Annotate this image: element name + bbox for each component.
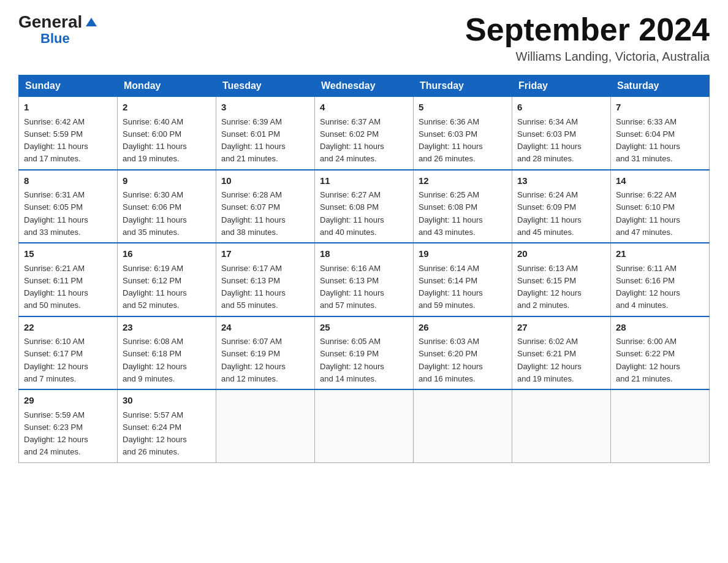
day-info: Sunrise: 6:39 AMSunset: 6:01 PMDaylight:… bbox=[221, 117, 286, 164]
day-info: Sunrise: 6:33 AMSunset: 6:04 PMDaylight:… bbox=[616, 117, 680, 164]
calendar-cell: 22 Sunrise: 6:10 AMSunset: 6:17 PMDaylig… bbox=[19, 316, 118, 390]
day-info: Sunrise: 6:27 AMSunset: 6:08 PMDaylight:… bbox=[320, 190, 384, 237]
day-number: 1 bbox=[24, 101, 112, 115]
day-number: 30 bbox=[123, 394, 211, 408]
calendar-header-row: Sunday Monday Tuesday Wednesday Thursday… bbox=[19, 75, 710, 97]
calendar-cell: 26 Sunrise: 6:03 AMSunset: 6:20 PMDaylig… bbox=[414, 316, 512, 390]
day-number: 22 bbox=[24, 321, 112, 335]
day-info: Sunrise: 6:40 AMSunset: 6:00 PMDaylight:… bbox=[123, 117, 187, 164]
day-number: 18 bbox=[320, 247, 408, 261]
col-sunday: Sunday bbox=[19, 75, 118, 97]
calendar-cell: 1 Sunrise: 6:42 AMSunset: 5:59 PMDayligh… bbox=[19, 97, 118, 170]
calendar-cell: 13 Sunrise: 6:24 AMSunset: 6:09 PMDaylig… bbox=[512, 170, 611, 243]
day-number: 8 bbox=[24, 174, 112, 188]
location: Williams Landing, Victoria, Australia bbox=[465, 50, 710, 64]
calendar-cell: 7 Sunrise: 6:33 AMSunset: 6:04 PMDayligh… bbox=[611, 97, 710, 170]
calendar-cell: 28 Sunrise: 6:00 AMSunset: 6:22 PMDaylig… bbox=[611, 316, 710, 390]
calendar-cell: 14 Sunrise: 6:22 AMSunset: 6:10 PMDaylig… bbox=[611, 170, 710, 243]
calendar-cell: 3 Sunrise: 6:39 AMSunset: 6:01 PMDayligh… bbox=[216, 97, 315, 170]
day-info: Sunrise: 6:17 AMSunset: 6:13 PMDaylight:… bbox=[221, 264, 286, 310]
day-number: 25 bbox=[320, 321, 408, 335]
day-number: 24 bbox=[221, 321, 309, 335]
col-friday: Friday bbox=[512, 75, 611, 97]
calendar-cell: 27 Sunrise: 6:02 AMSunset: 6:21 PMDaylig… bbox=[512, 316, 611, 390]
day-number: 26 bbox=[419, 321, 507, 335]
calendar-cell: 10 Sunrise: 6:28 AMSunset: 6:07 PMDaylig… bbox=[216, 170, 315, 243]
calendar-cell: 17 Sunrise: 6:17 AMSunset: 6:13 PMDaylig… bbox=[216, 243, 315, 316]
day-info: Sunrise: 6:30 AMSunset: 6:06 PMDaylight:… bbox=[123, 190, 187, 237]
day-number: 9 bbox=[123, 174, 211, 188]
calendar-cell: 24 Sunrise: 6:07 AMSunset: 6:19 PMDaylig… bbox=[216, 316, 315, 390]
day-info: Sunrise: 6:05 AMSunset: 6:19 PMDaylight:… bbox=[320, 337, 384, 383]
day-info: Sunrise: 6:02 AMSunset: 6:21 PMDaylight:… bbox=[517, 337, 582, 383]
day-info: Sunrise: 6:16 AMSunset: 6:13 PMDaylight:… bbox=[320, 264, 384, 310]
logo-text-general: General bbox=[18, 12, 82, 32]
calendar-cell: 6 Sunrise: 6:34 AMSunset: 6:03 PMDayligh… bbox=[512, 97, 611, 170]
calendar-cell: 29 Sunrise: 5:59 AMSunset: 6:23 PMDaylig… bbox=[19, 389, 118, 462]
day-number: 14 bbox=[616, 174, 704, 188]
calendar-cell bbox=[315, 389, 414, 462]
day-number: 19 bbox=[419, 247, 507, 261]
day-number: 6 bbox=[517, 101, 605, 115]
calendar-cell bbox=[512, 389, 611, 462]
calendar-cell: 4 Sunrise: 6:37 AMSunset: 6:02 PMDayligh… bbox=[315, 97, 414, 170]
day-number: 23 bbox=[123, 321, 211, 335]
day-info: Sunrise: 6:19 AMSunset: 6:12 PMDaylight:… bbox=[123, 264, 187, 310]
calendar-cell: 23 Sunrise: 6:08 AMSunset: 6:18 PMDaylig… bbox=[118, 316, 216, 390]
day-info: Sunrise: 6:31 AMSunset: 6:05 PMDaylight:… bbox=[24, 190, 88, 237]
day-info: Sunrise: 6:28 AMSunset: 6:07 PMDaylight:… bbox=[221, 190, 286, 237]
calendar-cell: 18 Sunrise: 6:16 AMSunset: 6:13 PMDaylig… bbox=[315, 243, 414, 316]
calendar-cell: 21 Sunrise: 6:11 AMSunset: 6:16 PMDaylig… bbox=[611, 243, 710, 316]
calendar-table: Sunday Monday Tuesday Wednesday Thursday… bbox=[18, 75, 710, 463]
col-thursday: Thursday bbox=[414, 75, 512, 97]
day-number: 29 bbox=[24, 394, 112, 408]
col-wednesday: Wednesday bbox=[315, 75, 414, 97]
calendar-cell: 11 Sunrise: 6:27 AMSunset: 6:08 PMDaylig… bbox=[315, 170, 414, 243]
col-monday: Monday bbox=[118, 75, 216, 97]
title-block: September 2024 Williams Landing, Victori… bbox=[465, 12, 710, 64]
logo: General Blue bbox=[18, 12, 97, 47]
day-number: 20 bbox=[517, 247, 605, 261]
calendar-cell: 19 Sunrise: 6:14 AMSunset: 6:14 PMDaylig… bbox=[414, 243, 512, 316]
logo-blue-text: Blue bbox=[40, 31, 70, 47]
day-number: 16 bbox=[123, 247, 211, 261]
calendar-week-row: 22 Sunrise: 6:10 AMSunset: 6:17 PMDaylig… bbox=[19, 316, 710, 390]
day-info: Sunrise: 6:36 AMSunset: 6:03 PMDaylight:… bbox=[419, 117, 483, 164]
day-info: Sunrise: 6:08 AMSunset: 6:18 PMDaylight:… bbox=[123, 337, 187, 383]
logo-triangle-icon bbox=[86, 18, 97, 26]
day-info: Sunrise: 5:59 AMSunset: 6:23 PMDaylight:… bbox=[24, 410, 88, 457]
day-number: 12 bbox=[419, 174, 507, 188]
col-saturday: Saturday bbox=[611, 75, 710, 97]
day-info: Sunrise: 6:13 AMSunset: 6:15 PMDaylight:… bbox=[517, 264, 582, 310]
day-info: Sunrise: 6:03 AMSunset: 6:20 PMDaylight:… bbox=[419, 337, 483, 383]
day-number: 17 bbox=[221, 247, 309, 261]
day-number: 28 bbox=[616, 321, 704, 335]
calendar-cell: 8 Sunrise: 6:31 AMSunset: 6:05 PMDayligh… bbox=[19, 170, 118, 243]
day-number: 13 bbox=[517, 174, 605, 188]
calendar-week-row: 15 Sunrise: 6:21 AMSunset: 6:11 PMDaylig… bbox=[19, 243, 710, 316]
day-info: Sunrise: 6:22 AMSunset: 6:10 PMDaylight:… bbox=[616, 190, 680, 237]
calendar-week-row: 8 Sunrise: 6:31 AMSunset: 6:05 PMDayligh… bbox=[19, 170, 710, 243]
month-title: September 2024 bbox=[465, 12, 710, 47]
calendar-cell: 12 Sunrise: 6:25 AMSunset: 6:08 PMDaylig… bbox=[414, 170, 512, 243]
day-info: Sunrise: 6:00 AMSunset: 6:22 PMDaylight:… bbox=[616, 337, 680, 383]
calendar-cell: 9 Sunrise: 6:30 AMSunset: 6:06 PMDayligh… bbox=[118, 170, 216, 243]
day-info: Sunrise: 6:10 AMSunset: 6:17 PMDaylight:… bbox=[24, 337, 88, 383]
day-number: 2 bbox=[123, 101, 211, 115]
day-info: Sunrise: 6:07 AMSunset: 6:19 PMDaylight:… bbox=[221, 337, 286, 383]
day-number: 27 bbox=[517, 321, 605, 335]
day-number: 21 bbox=[616, 247, 704, 261]
day-number: 5 bbox=[419, 101, 507, 115]
day-number: 7 bbox=[616, 101, 704, 115]
day-info: Sunrise: 6:14 AMSunset: 6:14 PMDaylight:… bbox=[419, 264, 483, 310]
calendar-cell: 15 Sunrise: 6:21 AMSunset: 6:11 PMDaylig… bbox=[19, 243, 118, 316]
calendar-cell: 5 Sunrise: 6:36 AMSunset: 6:03 PMDayligh… bbox=[414, 97, 512, 170]
calendar-week-row: 1 Sunrise: 6:42 AMSunset: 5:59 PMDayligh… bbox=[19, 97, 710, 170]
day-info: Sunrise: 6:34 AMSunset: 6:03 PMDaylight:… bbox=[517, 117, 582, 164]
day-number: 11 bbox=[320, 174, 408, 188]
calendar-cell: 16 Sunrise: 6:19 AMSunset: 6:12 PMDaylig… bbox=[118, 243, 216, 316]
calendar-cell: 30 Sunrise: 5:57 AMSunset: 6:24 PMDaylig… bbox=[118, 389, 216, 462]
calendar-cell: 20 Sunrise: 6:13 AMSunset: 6:15 PMDaylig… bbox=[512, 243, 611, 316]
day-info: Sunrise: 6:11 AMSunset: 6:16 PMDaylight:… bbox=[616, 264, 680, 310]
calendar-week-row: 29 Sunrise: 5:59 AMSunset: 6:23 PMDaylig… bbox=[19, 389, 710, 462]
